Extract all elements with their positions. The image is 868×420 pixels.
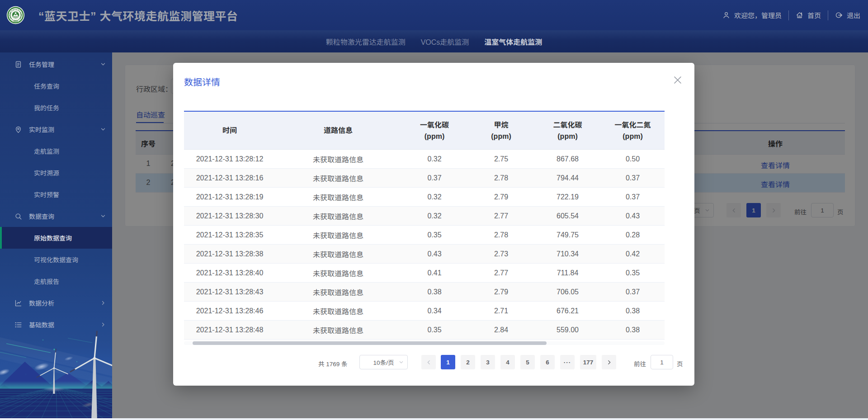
welcome-text: 欢迎您，管理员: [734, 10, 782, 20]
user-icon: [722, 11, 730, 19]
sidebar-group-task-manage[interactable]: 任务管理: [0, 53, 112, 75]
page-jump-input[interactable]: [651, 355, 673, 369]
tab-vocs-monitor[interactable]: VOCs走航监测: [421, 36, 469, 47]
page-button-1[interactable]: 1: [441, 355, 455, 369]
detail-table-header: 时间 道路信息 一氧化碳(ppm) 甲烷(ppm) 二氧化碳(ppm) 一氧化二…: [184, 112, 665, 150]
welcome-user: 欢迎您，管理员: [722, 10, 782, 20]
document-icon: [14, 61, 22, 68]
column-header-time: 时间: [184, 112, 275, 149]
sidebar-group-label: 任务管理: [29, 60, 54, 69]
top-header: MEE “蓝天卫士” 大气环境走航监测管理平台 欢迎您，管理员 首页 退出: [0, 0, 868, 30]
column-header-n2o: 一氧化二氮(ppm): [601, 112, 665, 149]
sidebar-item-realtime-warning[interactable]: 实时预警: [0, 184, 112, 205]
header-divider: [828, 10, 828, 20]
table-row[interactable]: 2021-12-31 13:28:43未获取道路信息0.382.79706.05…: [184, 283, 665, 302]
sidebar-item-realtime-trace[interactable]: 实时溯源: [0, 162, 112, 184]
location-icon: [14, 126, 22, 133]
table-row[interactable]: 2021-12-31 13:28:38未获取道路信息0.432.73710.34…: [184, 245, 665, 264]
home-text: 首页: [807, 10, 821, 20]
chevron-down-icon: [100, 61, 106, 67]
module-tabs: 颗粒物激光雷达走航监测 VOCs走航监测 温室气体走航监测: [0, 30, 868, 52]
chevron-left-icon: [426, 359, 432, 365]
tab-greenhouse-gas-monitor[interactable]: 温室气体走航监测: [484, 36, 542, 47]
column-header-road: 道路信息: [275, 112, 401, 149]
home-icon: [796, 11, 803, 19]
page-button-5[interactable]: 5: [520, 355, 535, 369]
page-button-6[interactable]: 6: [540, 355, 555, 369]
table-row[interactable]: 2021-12-31 13:28:40未获取道路信息0.412.77711.84…: [184, 264, 665, 283]
sidebar-illustration: [0, 328, 112, 418]
data-detail-dialog: 数据详情 时间 道路信息 一氧化碳(ppm) 甲烷(ppm) 二氧化碳(ppm)…: [173, 63, 694, 386]
brand: MEE “蓝天卫士” 大气环境走航监测管理平台: [6, 0, 238, 30]
sidebar-item-task-query[interactable]: 任务查询: [0, 75, 112, 97]
table-row[interactable]: 2021-12-31 13:28:19未获取道路信息0.322.79722.19…: [184, 188, 665, 207]
sidebar-item-visual-data-query[interactable]: 可视化数据查询: [0, 249, 112, 270]
pagination-total: 共 1769 条: [318, 359, 348, 368]
sidebar-item-my-tasks[interactable]: 我的任务: [0, 97, 112, 118]
horizontal-scrollbar-thumb[interactable]: [193, 341, 547, 345]
chevron-down-icon: [100, 213, 106, 219]
page-button-4[interactable]: 4: [500, 355, 515, 369]
prev-page-button[interactable]: [421, 355, 436, 369]
column-header-ch4: 甲烷(ppm): [468, 112, 534, 149]
sidebar-item-nav-report[interactable]: 走航报告: [0, 270, 112, 292]
sidebar-group-label: 实时监测: [29, 125, 54, 134]
close-icon[interactable]: [674, 76, 682, 84]
table-row[interactable]: 2021-12-31 13:28:12未获取道路信息0.322.75867.68…: [184, 150, 665, 169]
page-button-last[interactable]: 177: [580, 355, 596, 369]
detail-table-body: 2021-12-31 13:28:12未获取道路信息0.322.75867.68…: [184, 150, 665, 340]
horizontal-scrollbar-track[interactable]: [184, 341, 665, 345]
jump-to-label: 前往: [634, 359, 646, 368]
page-button-3[interactable]: 3: [481, 355, 495, 369]
detail-table: 时间 道路信息 一氧化碳(ppm) 甲烷(ppm) 二氧化碳(ppm) 一氧化二…: [184, 111, 665, 340]
page-size-select[interactable]: 10条/页: [359, 355, 408, 369]
chevron-down-icon: [100, 127, 106, 132]
sidebar-group-label: 数据分析: [29, 298, 54, 307]
table-row[interactable]: 2021-12-31 13:28:48未获取道路信息0.352.84559.00…: [184, 321, 665, 340]
chart-icon: [14, 299, 22, 307]
sidebar-group-realtime-monitor[interactable]: 实时监测: [0, 118, 112, 140]
chevron-right-icon: [100, 322, 106, 327]
chevron-right-icon: [606, 359, 612, 365]
logout-icon: [835, 11, 843, 19]
logout-text: 退出: [847, 10, 860, 20]
column-header-co2: 二氧化碳(ppm): [534, 112, 601, 149]
page-button-2[interactable]: 2: [461, 355, 475, 369]
svg-text:MEE: MEE: [14, 20, 18, 22]
sidebar-item-raw-data-query[interactable]: 原始数据查询: [0, 227, 112, 249]
table-row[interactable]: 2021-12-31 13:28:16未获取道路信息0.372.78794.44…: [184, 169, 665, 188]
header-actions: 欢迎您，管理员 首页 退出: [722, 0, 860, 30]
next-page-button[interactable]: [602, 355, 616, 369]
app-root: { "colors": { "primary_blue": "#3A5ED8",…: [0, 0, 868, 420]
page-bottom-strip: [0, 418, 868, 420]
tab-particulate-lidar-monitor[interactable]: 颗粒物激光雷达走航监测: [326, 36, 406, 47]
sidebar: 任务管理 任务查询 我的任务 实时监测 走航监测 实时溯源 实时预警 数据查询 …: [0, 52, 112, 418]
logout-link[interactable]: 退出: [835, 10, 860, 20]
header-divider: [788, 10, 789, 20]
sidebar-menu: 任务管理 任务查询 我的任务 实时监测 走航监测 实时溯源 实时预警 数据查询 …: [0, 53, 112, 335]
dialog-title: 数据详情: [184, 75, 220, 88]
sidebar-item-nav-monitor[interactable]: 走航监测: [0, 140, 112, 162]
sidebar-group-data-analysis[interactable]: 数据分析: [0, 292, 112, 314]
chevron-down-icon: [399, 360, 404, 365]
pagination-ellipsis[interactable]: ···: [560, 355, 575, 369]
chevron-right-icon: [100, 300, 106, 306]
search-icon: [14, 212, 22, 220]
table-row[interactable]: 2021-12-31 13:28:35未获取道路信息0.352.78749.75…: [184, 226, 665, 245]
column-header-co: 一氧化碳(ppm): [401, 112, 468, 149]
page-suffix-label: 页: [677, 359, 683, 368]
mee-logo-icon: MEE: [6, 6, 25, 24]
table-row[interactable]: 2021-12-31 13:28:30未获取道路信息0.322.77605.54…: [184, 207, 665, 226]
home-link[interactable]: 首页: [796, 10, 821, 20]
table-row[interactable]: 2021-12-31 13:28:46未获取道路信息0.342.71676.21…: [184, 302, 665, 321]
list-icon: [14, 321, 22, 329]
sidebar-group-label: 数据查询: [29, 212, 54, 221]
sidebar-group-data-query[interactable]: 数据查询: [0, 205, 112, 227]
app-title: “蓝天卫士” 大气环境走航监测管理平台: [38, 7, 238, 24]
